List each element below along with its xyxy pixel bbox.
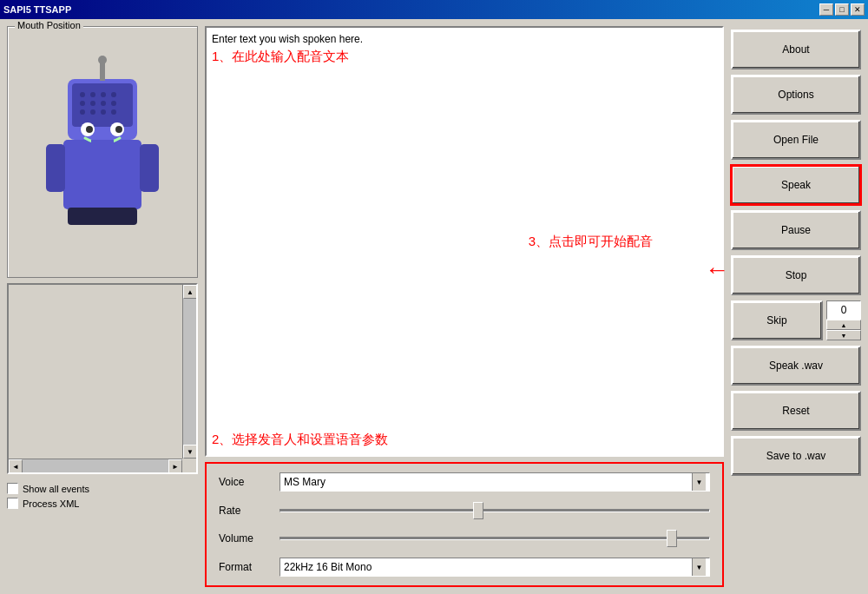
skip-button[interactable]: Skip: [731, 300, 823, 340]
svg-point-17: [86, 126, 93, 133]
mouth-position-group: Mouth Position: [7, 26, 198, 278]
svg-point-24: [98, 56, 107, 64]
svg-rect-0: [63, 140, 141, 209]
volume-slider-thumb[interactable]: [667, 530, 677, 547]
main-window: Mouth Position: [0, 19, 868, 594]
format-row: Format 22kHz 16 Bit Mono ▼: [219, 558, 710, 577]
rate-label: Rate: [219, 505, 271, 517]
scroll-track-h[interactable]: [23, 459, 168, 472]
svg-rect-22: [68, 208, 137, 225]
process-xml-row: Process XML: [7, 498, 198, 509]
rate-slider-track: [279, 509, 710, 512]
show-all-events-label: Show all events: [23, 484, 89, 494]
annotation-2: 2、选择发音人和设置语音参数: [212, 432, 388, 448]
horizontal-scrollbar[interactable]: ◄ ►: [9, 459, 182, 472]
text-area-placeholder: Enter text you wish spoken here.: [212, 33, 717, 45]
scroll-left-arrow[interactable]: ◄: [9, 459, 23, 473]
skip-value: 0: [826, 300, 861, 320]
skip-down-arrow[interactable]: ▼: [826, 330, 861, 340]
pause-button[interactable]: Pause: [731, 210, 861, 250]
svg-point-3: [80, 92, 85, 97]
mouth-position-label: Mouth Position: [15, 20, 83, 30]
volume-row: Volume: [219, 530, 710, 547]
svg-point-14: [111, 109, 116, 115]
vertical-scrollbar[interactable]: ▲ ▼: [182, 285, 196, 459]
format-label: Format: [219, 561, 271, 573]
options-button[interactable]: Options: [731, 75, 861, 115]
voice-label: Voice: [219, 476, 271, 488]
scroll-right-arrow[interactable]: ►: [168, 459, 182, 473]
svg-point-13: [101, 109, 106, 115]
speak-wav-button[interactable]: Speak .wav: [731, 346, 861, 386]
title-bar: SAPI5 TTSAPP ─ □ ✕: [0, 0, 868, 19]
minimize-button[interactable]: ─: [819, 3, 833, 16]
svg-point-4: [90, 92, 95, 97]
format-select[interactable]: 22kHz 16 Bit Mono ▼: [279, 558, 710, 577]
svg-point-18: [115, 126, 122, 133]
voice-settings-box: Voice MS Mary ▼ Rate Volume: [205, 462, 724, 587]
skip-row: Skip 0 ▲ ▼: [731, 300, 861, 340]
checkbox-area: Show all events Process XML: [7, 483, 198, 509]
show-all-events-checkbox[interactable]: [7, 483, 18, 494]
annotation-3: 3、点击即可开始配音: [529, 234, 653, 250]
svg-point-12: [90, 109, 95, 115]
window-controls: ─ □ ✕: [819, 3, 865, 16]
skip-up-arrow[interactable]: ▲: [826, 320, 861, 330]
text-area-container[interactable]: Enter text you wish spoken here. 1、在此处输入…: [205, 26, 724, 457]
svg-point-11: [80, 109, 85, 115]
scroll-down-arrow[interactable]: ▼: [183, 445, 197, 459]
voice-select-value: MS Mary: [284, 476, 692, 488]
rate-slider-thumb[interactable]: [473, 502, 483, 519]
right-panel: About Options Open File Speak Pause Stop…: [731, 26, 861, 587]
svg-point-5: [101, 92, 106, 97]
about-button[interactable]: About: [731, 30, 861, 69]
left-panel: Mouth Position: [7, 26, 198, 587]
reset-button[interactable]: Reset: [731, 391, 861, 431]
volume-slider-track: [279, 537, 710, 540]
left-scroll-area: ▲ ▼ ◄ ►: [7, 283, 198, 474]
scroll-track-v[interactable]: [183, 299, 196, 445]
voice-dropdown-arrow[interactable]: ▼: [692, 473, 706, 491]
svg-point-10: [111, 101, 116, 106]
stop-button[interactable]: Stop: [731, 255, 861, 295]
voice-row: Voice MS Mary ▼: [219, 472, 710, 492]
rate-slider-container: [279, 502, 710, 519]
close-button[interactable]: ✕: [851, 3, 865, 16]
maximize-button[interactable]: □: [835, 3, 849, 16]
svg-point-7: [80, 101, 85, 106]
rate-row: Rate: [219, 502, 710, 519]
scroll-up-arrow[interactable]: ▲: [183, 285, 197, 299]
process-xml-checkbox[interactable]: [7, 498, 18, 509]
annotation-1: 1、在此处输入配音文本: [212, 49, 717, 65]
skip-label: Skip: [766, 314, 786, 327]
scroll-content[interactable]: [9, 285, 182, 445]
window-title: SAPI5 TTSAPP: [3, 4, 71, 15]
svg-point-6: [111, 92, 116, 97]
speak-button[interactable]: Speak: [731, 165, 861, 205]
format-dropdown-arrow[interactable]: ▼: [692, 558, 706, 576]
svg-rect-20: [46, 144, 65, 192]
process-xml-label: Process XML: [23, 498, 79, 509]
center-panel: Enter text you wish spoken here. 1、在此处输入…: [205, 26, 724, 587]
avatar: [46, 53, 159, 227]
save-to-wav-button[interactable]: Save to .wav: [731, 436, 861, 476]
scroll-corner: [182, 459, 196, 472]
volume-slider-container: [279, 530, 710, 547]
svg-rect-23: [100, 62, 105, 81]
format-select-value: 22kHz 16 Bit Mono: [284, 561, 692, 573]
open-file-button[interactable]: Open File: [731, 120, 861, 160]
voice-select[interactable]: MS Mary ▼: [279, 472, 710, 492]
svg-rect-19: [91, 140, 114, 148]
svg-rect-21: [140, 144, 159, 192]
show-all-events-row: Show all events: [7, 483, 198, 494]
volume-label: Volume: [219, 532, 271, 544]
avatar-container: [11, 36, 194, 244]
svg-point-9: [101, 101, 106, 106]
svg-point-8: [90, 101, 95, 106]
